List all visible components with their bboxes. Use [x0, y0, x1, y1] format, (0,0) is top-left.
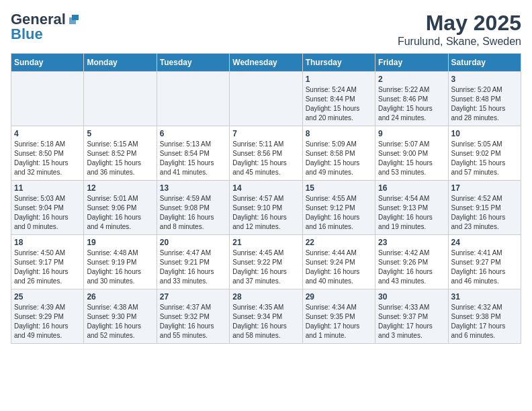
- day-info: Sunrise: 4:57 AM Sunset: 9:10 PM Dayligh…: [232, 194, 299, 232]
- day-number: 9: [378, 129, 445, 138]
- logo: General Blue: [11, 11, 80, 43]
- day-header-monday: Monday: [84, 54, 157, 72]
- day-number: 20: [160, 238, 226, 247]
- day-info: Sunrise: 4:32 AM Sunset: 9:38 PM Dayligh…: [451, 303, 518, 340]
- day-cell-25: 25Sunrise: 4:39 AM Sunset: 9:29 PM Dayli…: [11, 289, 84, 344]
- day-cell-12: 12Sunrise: 5:01 AM Sunset: 9:06 PM Dayli…: [84, 181, 157, 235]
- day-cell-16: 16Sunrise: 4:54 AM Sunset: 9:13 PM Dayli…: [375, 181, 448, 235]
- day-cell-8: 8Sunrise: 5:09 AM Sunset: 8:58 PM Daylig…: [302, 126, 375, 181]
- location-title: Furulund, Skane, Sweden: [398, 36, 521, 48]
- day-cell-11: 11Sunrise: 5:03 AM Sunset: 9:04 PM Dayli…: [11, 181, 84, 235]
- day-cell-1: 1Sunrise: 5:24 AM Sunset: 8:44 PM Daylig…: [302, 72, 375, 126]
- day-number: 18: [14, 238, 81, 247]
- day-info: Sunrise: 4:37 AM Sunset: 9:32 PM Dayligh…: [160, 303, 226, 340]
- day-info: Sunrise: 5:13 AM Sunset: 8:54 PM Dayligh…: [160, 140, 226, 177]
- week-row-4: 18Sunrise: 4:50 AM Sunset: 9:17 PM Dayli…: [11, 235, 521, 289]
- day-info: Sunrise: 5:09 AM Sunset: 8:58 PM Dayligh…: [306, 140, 372, 177]
- month-title: May 2025: [398, 11, 521, 36]
- day-cell-10: 10Sunrise: 5:05 AM Sunset: 9:02 PM Dayli…: [448, 126, 521, 181]
- empty-cell: [84, 72, 157, 126]
- day-number: 1: [306, 75, 372, 84]
- day-cell-30: 30Sunrise: 4:33 AM Sunset: 9:37 PM Dayli…: [375, 289, 448, 344]
- day-info: Sunrise: 5:07 AM Sunset: 9:00 PM Dayligh…: [378, 140, 445, 177]
- day-number: 8: [306, 129, 372, 138]
- day-number: 2: [378, 75, 445, 84]
- day-info: Sunrise: 4:47 AM Sunset: 9:21 PM Dayligh…: [160, 248, 226, 286]
- day-header-sunday: Sunday: [11, 54, 84, 72]
- day-number: 19: [87, 238, 153, 247]
- day-cell-14: 14Sunrise: 4:57 AM Sunset: 9:10 PM Dayli…: [230, 181, 302, 235]
- day-number: 26: [87, 292, 153, 302]
- day-info: Sunrise: 4:38 AM Sunset: 9:30 PM Dayligh…: [87, 303, 153, 340]
- day-info: Sunrise: 5:24 AM Sunset: 8:44 PM Dayligh…: [306, 85, 372, 123]
- day-cell-20: 20Sunrise: 4:47 AM Sunset: 9:21 PM Dayli…: [157, 235, 229, 289]
- day-info: Sunrise: 4:45 AM Sunset: 9:22 PM Dayligh…: [232, 248, 299, 286]
- day-header-wednesday: Wednesday: [230, 54, 302, 72]
- day-number: 5: [87, 129, 153, 138]
- day-info: Sunrise: 4:50 AM Sunset: 9:17 PM Dayligh…: [14, 248, 81, 286]
- header: General Blue May 2025 Furulund, Skane, S…: [11, 11, 521, 48]
- day-number: 14: [232, 183, 299, 193]
- day-info: Sunrise: 5:11 AM Sunset: 8:56 PM Dayligh…: [232, 140, 299, 177]
- day-number: 29: [306, 292, 372, 302]
- day-info: Sunrise: 5:18 AM Sunset: 8:50 PM Dayligh…: [14, 140, 81, 177]
- empty-cell: [11, 72, 84, 126]
- day-cell-18: 18Sunrise: 4:50 AM Sunset: 9:17 PM Dayli…: [11, 235, 84, 289]
- day-cell-23: 23Sunrise: 4:42 AM Sunset: 9:26 PM Dayli…: [375, 235, 448, 289]
- days-header-row: SundayMondayTuesdayWednesdayThursdayFrid…: [11, 54, 521, 72]
- week-row-2: 4Sunrise: 5:18 AM Sunset: 8:50 PM Daylig…: [11, 126, 521, 181]
- day-cell-5: 5Sunrise: 5:15 AM Sunset: 8:52 PM Daylig…: [84, 126, 157, 181]
- day-info: Sunrise: 4:54 AM Sunset: 9:13 PM Dayligh…: [378, 194, 445, 232]
- week-row-1: 1Sunrise: 5:24 AM Sunset: 8:44 PM Daylig…: [11, 72, 521, 126]
- day-info: Sunrise: 4:59 AM Sunset: 9:08 PM Dayligh…: [160, 194, 226, 232]
- day-info: Sunrise: 4:44 AM Sunset: 9:24 PM Dayligh…: [306, 248, 372, 286]
- day-info: Sunrise: 4:52 AM Sunset: 9:15 PM Dayligh…: [451, 194, 518, 232]
- day-cell-28: 28Sunrise: 4:35 AM Sunset: 9:34 PM Dayli…: [230, 289, 302, 344]
- empty-cell: [157, 72, 229, 126]
- day-cell-21: 21Sunrise: 4:45 AM Sunset: 9:22 PM Dayli…: [230, 235, 302, 289]
- day-cell-15: 15Sunrise: 4:55 AM Sunset: 9:12 PM Dayli…: [302, 181, 375, 235]
- day-cell-13: 13Sunrise: 4:59 AM Sunset: 9:08 PM Dayli…: [157, 181, 229, 235]
- day-cell-27: 27Sunrise: 4:37 AM Sunset: 9:32 PM Dayli…: [157, 289, 229, 344]
- day-cell-24: 24Sunrise: 4:41 AM Sunset: 9:27 PM Dayli…: [448, 235, 521, 289]
- day-number: 10: [451, 129, 518, 138]
- day-number: 24: [451, 238, 518, 247]
- day-number: 22: [306, 238, 372, 247]
- calendar-table: SundayMondayTuesdayWednesdayThursdayFrid…: [11, 53, 521, 344]
- day-cell-17: 17Sunrise: 4:52 AM Sunset: 9:15 PM Dayli…: [448, 181, 521, 235]
- day-info: Sunrise: 4:48 AM Sunset: 9:19 PM Dayligh…: [87, 248, 153, 286]
- day-cell-26: 26Sunrise: 4:38 AM Sunset: 9:30 PM Dayli…: [84, 289, 157, 344]
- day-number: 28: [232, 292, 299, 302]
- logo-blue-text: Blue: [11, 26, 43, 42]
- day-number: 15: [306, 183, 372, 193]
- day-info: Sunrise: 5:03 AM Sunset: 9:04 PM Dayligh…: [14, 194, 81, 232]
- day-number: 17: [451, 183, 518, 193]
- day-header-friday: Friday: [375, 54, 448, 72]
- day-cell-2: 2Sunrise: 5:22 AM Sunset: 8:46 PM Daylig…: [375, 72, 448, 126]
- week-row-5: 25Sunrise: 4:39 AM Sunset: 9:29 PM Dayli…: [11, 289, 521, 344]
- svg-marker-1: [69, 17, 76, 24]
- day-info: Sunrise: 4:55 AM Sunset: 9:12 PM Dayligh…: [306, 194, 372, 232]
- day-cell-29: 29Sunrise: 4:34 AM Sunset: 9:35 PM Dayli…: [302, 289, 375, 344]
- day-number: 25: [14, 292, 81, 302]
- day-number: 6: [160, 129, 226, 138]
- day-header-saturday: Saturday: [448, 54, 521, 72]
- day-cell-7: 7Sunrise: 5:11 AM Sunset: 8:56 PM Daylig…: [230, 126, 302, 181]
- day-header-tuesday: Tuesday: [157, 54, 229, 72]
- logo-icon: [66, 13, 80, 26]
- day-number: 3: [451, 75, 518, 84]
- day-info: Sunrise: 4:35 AM Sunset: 9:34 PM Dayligh…: [232, 303, 299, 340]
- day-number: 11: [14, 183, 81, 193]
- day-cell-9: 9Sunrise: 5:07 AM Sunset: 9:00 PM Daylig…: [375, 126, 448, 181]
- day-info: Sunrise: 4:42 AM Sunset: 9:26 PM Dayligh…: [378, 248, 445, 286]
- day-info: Sunrise: 5:01 AM Sunset: 9:06 PM Dayligh…: [87, 194, 153, 232]
- day-info: Sunrise: 4:34 AM Sunset: 9:35 PM Dayligh…: [306, 303, 372, 340]
- day-number: 30: [378, 292, 445, 302]
- day-number: 27: [160, 292, 226, 302]
- day-number: 16: [378, 183, 445, 193]
- empty-cell: [230, 72, 302, 126]
- day-header-thursday: Thursday: [302, 54, 375, 72]
- title-area: May 2025 Furulund, Skane, Sweden: [398, 11, 521, 48]
- day-cell-4: 4Sunrise: 5:18 AM Sunset: 8:50 PM Daylig…: [11, 126, 84, 181]
- day-info: Sunrise: 4:39 AM Sunset: 9:29 PM Dayligh…: [14, 303, 81, 340]
